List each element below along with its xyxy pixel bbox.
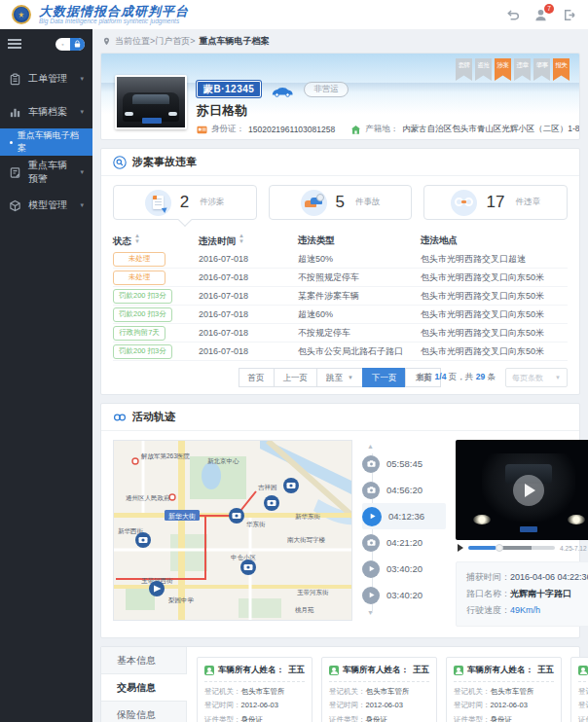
ribbon-tag: 违章 <box>514 58 531 81</box>
timeline-item[interactable]: 04:56:20 <box>362 477 446 503</box>
status-ribbons: 套牌 盗抢 涉案 违章 肇事 报失 <box>456 58 570 81</box>
pagination-jump-dropdown[interactable]: 跳至▼ <box>316 368 363 387</box>
column-header-status[interactable]: 状态▲▼ <box>113 233 199 248</box>
table-row[interactable]: 罚款200 扣3分 2016-07-018 超速60% 包头市光明西路交叉口向东… <box>113 306 568 324</box>
capture-video-frame[interactable] <box>456 440 588 540</box>
violations-table: 状态▲▼ 违法时间▲▼ 违法类型 违法地点 未处理 2016-07-018 超速… <box>101 231 579 361</box>
map-video-marker[interactable] <box>149 581 165 596</box>
tab-basic-info[interactable]: 基本信息 <box>101 647 186 674</box>
sidebar-item-vehicle-warning[interactable]: 重点车辆预警 ▾ <box>0 156 92 189</box>
map-camera-marker[interactable] <box>229 508 244 523</box>
id-label: 身份证： <box>211 124 244 135</box>
sidebar-item-label: 工单管理 <box>28 72 67 86</box>
sidebar-pin-lock-toggle[interactable]: ◦ <box>55 38 85 51</box>
accident-cars-icon <box>301 190 327 216</box>
video-play-icon <box>362 560 380 578</box>
home-icon <box>350 125 361 135</box>
pagination-next-button[interactable]: 下一页 <box>362 368 407 387</box>
timeline-item[interactable]: 03:40:20 <box>362 582 446 608</box>
owner-record-card[interactable]: 车辆所有人姓名：王五 登记机关：包头市车管所 登记时间：2012-06-03 证… <box>197 657 312 722</box>
pagination: 首页 上一页 跳至▼ 下一页 末页 当前 1/4 页，共 29 条 每页条数▼ <box>101 361 579 394</box>
stat-card-cases[interactable]: 2 件涉案 <box>113 185 257 220</box>
notifications-icon[interactable]: 7 <box>533 8 548 22</box>
cell-type: 不按照规定停车 <box>298 271 421 284</box>
map-label: 梨园中学 <box>168 596 195 603</box>
menu-toggle-icon[interactable] <box>8 39 21 49</box>
tab-insurance-info[interactable]: 保险信息 <box>101 702 186 722</box>
video-time: 4.25-7.12 <box>560 545 586 552</box>
timeline-item[interactable]: 05:58:45 <box>362 451 446 477</box>
cell-time: 2016-07-018 <box>199 328 298 338</box>
activity-track-card: 活动轨迹 <box>100 403 580 638</box>
map-label: 桃月苑 <box>295 606 314 614</box>
notification-count-badge: 7 <box>544 4 554 14</box>
cell-place: 包头市光明西路交叉口向东50米 <box>421 308 568 321</box>
cell-type: 超速60% <box>298 308 421 321</box>
timeline-item-active[interactable]: 04:12:36 <box>362 503 446 529</box>
cube-icon <box>9 199 21 212</box>
video-play-button[interactable] <box>513 475 544 506</box>
sidebar-item-label: 重点车辆预警 <box>28 159 73 186</box>
owner-record-card[interactable]: 车辆所有人姓名：王五 登记机关：包头市车管所 登记时间：2012-06-03 证… <box>321 657 437 722</box>
pagination-prev-button[interactable]: 上一页 <box>274 368 318 387</box>
timeline-item[interactable]: 04:21:20 <box>362 529 446 556</box>
column-header-type: 违法类型 <box>298 235 421 247</box>
owner-name-value: 王五 <box>537 665 554 676</box>
column-header-time[interactable]: 违法时间▲▼ <box>199 233 298 248</box>
ribbon-tag: 肇事 <box>533 58 550 81</box>
cell-place: 包头市光明西路交叉口向东50米 <box>421 345 568 358</box>
table-row[interactable]: 罚款200 扣3分 2016-07-018 某案件涉案车辆 包头市光明西路交叉口… <box>113 287 568 306</box>
timeline-scroll-up-icon[interactable]: ▲ <box>362 442 446 451</box>
track-map[interactable]: 新华大街 解放军第263医院 新北京中心 吉祥园 通州区人民政府 新华西街 华东… <box>113 440 352 621</box>
logout-icon[interactable] <box>562 8 576 22</box>
id-number-field: 身份证：1502021961103081258 <box>197 124 335 135</box>
timeline-scroll-down-icon[interactable]: ▼ <box>362 608 446 617</box>
lock-icon <box>70 38 85 51</box>
video-play-icon <box>362 587 380 604</box>
sidebar-item-vehicle-archives[interactable]: 车辆档案 ▾ <box>0 95 92 128</box>
map-camera-marker[interactable] <box>135 532 151 548</box>
page-size-select[interactable]: 每页条数▼ <box>505 368 568 387</box>
capture-time-value: 2016-04-06 04:22:36 <box>510 572 588 582</box>
vehicle-photo[interactable] <box>115 75 187 129</box>
cell-time: 2016-07-018 <box>199 254 298 264</box>
status-badge: 未处理 <box>113 271 165 285</box>
app-title: 大数据情报合成研判平台 <box>39 5 189 18</box>
search-circle-icon <box>113 156 127 169</box>
speed-label: 行驶速度： <box>466 605 510 615</box>
table-row[interactable]: 未处理 2016-07-018 不按照规定停车 包头市光明西路交叉口向东50米 <box>113 269 568 287</box>
map-camera-marker[interactable] <box>264 495 279 511</box>
map-camera-marker[interactable] <box>240 560 256 575</box>
cell-time: 2016-07-018 <box>199 346 298 356</box>
car-icon <box>270 84 295 95</box>
play-icon[interactable] <box>458 544 463 552</box>
sidebar-item-label: 模型管理 <box>28 199 67 212</box>
capture-time: 04:56:20 <box>386 485 423 495</box>
sidebar-subitem-key-vehicle-archive-active[interactable]: 重点车辆电子档案 <box>0 128 92 156</box>
table-row[interactable]: 未处理 2016-07-018 超速50% 包头市光明西路交叉口超速 <box>113 250 568 269</box>
undo-icon[interactable] <box>505 8 520 22</box>
stat-card-violations[interactable]: 17 件违章 <box>423 185 568 220</box>
video-controls: 4.25-7.12 <box>456 540 588 556</box>
timeline-item[interactable]: 03:40:20 <box>362 556 446 582</box>
video-progress-bar[interactable] <box>468 546 555 550</box>
camera-icon <box>362 482 380 499</box>
tab-transaction-info[interactable]: 交易信息 <box>101 674 187 702</box>
cell-time: 2016-07-018 <box>199 272 298 282</box>
map-label: 通州区人民政府 <box>126 494 170 502</box>
owner-record-card[interactable]: 车辆所有人姓名：王五 登记机关：包头市车管所 登记时间：2012-06-03 证… <box>570 657 588 722</box>
breadcrumb-path[interactable]: 当前位置>门户首页> <box>115 35 196 48</box>
pagination-first-button[interactable]: 首页 <box>239 368 275 387</box>
table-row[interactable]: 罚款200 扣3分 2016-07-018 包头市公安局北路石子路口 包头市光明… <box>113 343 568 361</box>
owner-name-value: 王五 <box>413 665 429 676</box>
stat-card-accidents[interactable]: 5 件事故 <box>269 185 413 220</box>
progress-handle[interactable] <box>496 544 503 552</box>
breadcrumb-current: 重点车辆电子档案 <box>200 35 270 48</box>
table-row[interactable]: 行政拘留7天 2016-07-018 不按规定停车 包头市光明西路交叉口向东50… <box>113 324 568 343</box>
sidebar-item-work-orders[interactable]: 工单管理 ▾ <box>0 62 92 95</box>
sidebar-item-model-management[interactable]: 模型管理 ▾ <box>0 189 92 222</box>
map-camera-marker[interactable] <box>283 478 299 493</box>
owner-record-card[interactable]: 车辆所有人姓名：王五 登记机关：包头市车管所 登记时间：2012-06-03 证… <box>446 657 562 722</box>
cell-time: 2016-07-018 <box>199 291 298 301</box>
capture-time-label: 捕获时间： <box>466 572 510 582</box>
